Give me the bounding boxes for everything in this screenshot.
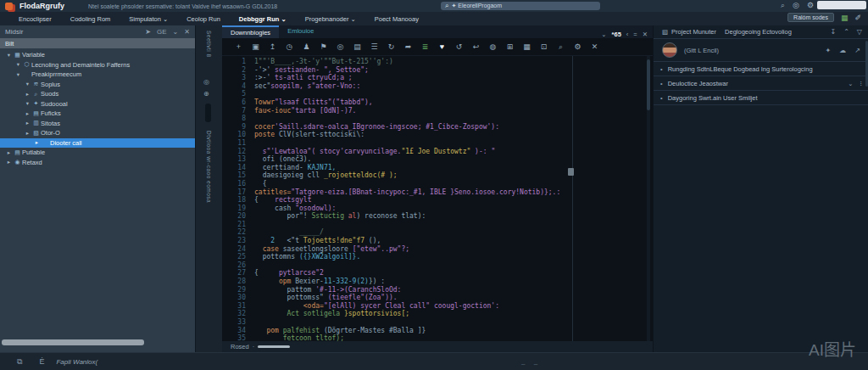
menu-item[interactable]: Encoclipser <box>19 15 52 23</box>
close-icon[interactable]: ✕ <box>184 28 190 36</box>
tree-item[interactable]: ▸◉Retaxd <box>0 158 195 168</box>
save-icon[interactable]: ▣ <box>251 42 260 51</box>
code-token: fau<-iouc <box>254 107 291 115</box>
watch-icon[interactable]: ◎ <box>336 42 345 51</box>
share-icon[interactable]: ↗ <box>854 47 860 54</box>
editor-tab[interactable]: Emlouioe <box>279 25 322 38</box>
frame-icon[interactable]: ⊡ <box>539 42 548 51</box>
tool-tab-top[interactable]: Seetlvti 8 <box>206 31 212 58</box>
tree-expand-arrow[interactable]: ▸ <box>24 91 31 98</box>
tree-item[interactable]: ▸▤Fuficks <box>0 109 195 119</box>
tree-item[interactable]: ▸⌕Suods <box>0 89 195 99</box>
random-modes-button[interactable]: Ralóm sodes <box>787 13 834 22</box>
grid-icon[interactable]: ⊞ <box>505 42 515 51</box>
nav-caret-icon[interactable]: ⌄ <box>601 31 606 38</box>
code-token: 11-332-9(2) <box>324 278 369 285</box>
list-icon[interactable]: ≣ <box>420 42 430 51</box>
editor-tab[interactable]: Downnbiogies <box>222 25 279 38</box>
menu-item[interactable]: Ceolop Run <box>186 15 220 23</box>
window-icon[interactable]: ⧉ <box>17 357 22 367</box>
tool-tab-bottom[interactable]: Dtvtiooa wr-caoo eomosa <box>206 131 212 203</box>
list-item[interactable]: •Daygoring Swrt.ain User Smiljet <box>654 91 868 105</box>
help-icon[interactable]: ◎ <box>203 78 209 86</box>
pen-icon[interactable]: ✐ <box>854 14 861 22</box>
tree-expand-arrow[interactable]: ▾ <box>14 71 22 78</box>
sidebar-filter-bar[interactable]: Bilt <box>0 38 195 48</box>
editor-scrollbar[interactable] <box>647 56 650 342</box>
collapse-icon[interactable]: ⌄ <box>173 28 179 36</box>
list-item[interactable]: •Rungding SdtnLBeque Dogbead Ing Surtero… <box>654 62 868 76</box>
resize-handle[interactable]: – – <box>521 360 541 367</box>
tree-item[interactable]: ▾≋Soplus <box>0 80 195 90</box>
tree-expand-arrow[interactable]: ▸ <box>5 159 13 165</box>
image-icon[interactable]: ▦ <box>522 42 531 51</box>
menu-item[interactable]: Progebnanoder ⌄ <box>305 15 356 23</box>
menu-item[interactable]: Poect Manooay <box>375 15 419 23</box>
board-icon[interactable]: ▦ <box>841 14 849 22</box>
close-tab-icon[interactable]: ✕ <box>643 31 648 38</box>
cloud-icon[interactable]: ☁ <box>839 47 846 54</box>
tree-item[interactable]: ▸▥Sitotas <box>0 119 195 129</box>
forward-icon[interactable]: ➦ <box>403 42 413 51</box>
tree-item[interactable]: ▾▦Variable <box>0 50 195 60</box>
right-panel-tab[interactable]: Deglogeoing Ectovoliog <box>725 28 792 36</box>
more-icon[interactable]: ⁝ <box>860 80 862 87</box>
tree-expand-arrow[interactable]: ▸ <box>5 149 13 156</box>
code-area[interactable]: 1234567891011121314151617181920212223242… <box>222 56 653 342</box>
search-icon[interactable]: ⌕ <box>781 1 785 10</box>
record-icon[interactable]: ◎ <box>793 1 799 10</box>
flag-icon[interactable]: ⚑ <box>319 42 328 51</box>
menu-item[interactable]: Debbggr Run ⌄ <box>239 15 287 23</box>
tree-item[interactable]: ▾✦Sudoooal <box>0 99 195 109</box>
user-row[interactable]: (Gitt L Encil) ✦☁↗ <box>654 39 868 62</box>
split-icon[interactable]: = <box>633 31 637 38</box>
tree-expand-arrow[interactable]: ▸ <box>24 110 31 117</box>
menu-item[interactable]: Codoling Rom <box>70 15 111 23</box>
tree-item[interactable]: ▸▤Putlable <box>0 148 195 158</box>
menu-icon[interactable]: ☰ <box>370 42 379 51</box>
download-icon[interactable]: ↧ <box>830 28 836 36</box>
filter-icon[interactable]: ▽ <box>857 28 862 36</box>
tree-item[interactable]: ▸Diooter call <box>0 138 195 149</box>
history-icon[interactable]: ◷ <box>285 42 294 51</box>
tree-item[interactable]: ▾⬡Lecnoling and Demaintelo Fafferns <box>0 60 195 70</box>
panel-badge[interactable]: GE <box>157 28 167 36</box>
chevron-down-icon[interactable]: ⌄ <box>848 80 853 87</box>
close-icon[interactable]: ✕ <box>590 42 599 51</box>
collapse-all-icon[interactable]: ⌃ <box>843 28 849 36</box>
tree-item[interactable]: ▾Preakiprrmeecum <box>0 70 195 80</box>
energy-icon[interactable]: Ė <box>39 357 44 367</box>
undo-icon[interactable]: ↩ <box>471 42 481 51</box>
tree-expand-arrow[interactable]: ▾ <box>5 52 13 59</box>
sync-icon[interactable]: ↻ <box>387 42 396 51</box>
tree-expand-arrow[interactable]: ▾ <box>14 61 22 68</box>
right-panel-tab[interactable]: ▧Project Munuter <box>662 28 716 36</box>
menu-item[interactable]: Simpulaton ⌄ <box>129 15 168 23</box>
tree-expand-arrow[interactable]: ▸ <box>24 130 31 137</box>
settings-gear-icon[interactable]: ⚙ <box>807 1 814 10</box>
doc-icon[interactable]: ▤ <box>353 42 362 51</box>
settings-icon[interactable]: ⚙ <box>573 42 582 51</box>
run-config-icon[interactable]: ♟ <box>302 42 311 51</box>
tree-expand-arrow[interactable]: ▾ <box>24 100 31 107</box>
tree-item[interactable]: ▸▧Otor-O <box>0 128 195 138</box>
strip-slider[interactable] <box>205 104 211 122</box>
list-item[interactable]: •Deuloctice Jeaostwar⌄⁝ <box>654 76 868 91</box>
star-icon[interactable]: ✦ <box>826 47 832 54</box>
tree-expand-arrow[interactable]: ▸ <box>33 139 41 146</box>
globe-icon[interactable]: ◍ <box>488 42 498 51</box>
pin-icon[interactable]: ➤ <box>145 28 151 36</box>
tree-expand-arrow[interactable]: ▸ <box>24 120 31 126</box>
search-code-icon[interactable]: ⌕ <box>556 42 565 52</box>
plus-icon[interactable]: + <box>234 42 243 51</box>
tree-item-icon: ▥ <box>31 120 41 126</box>
refresh-icon[interactable]: ↺ <box>454 42 464 51</box>
back-icon[interactable]: ‹ <box>626 31 629 38</box>
tree-expand-arrow[interactable]: ▾ <box>24 81 31 87</box>
sidebar-hscrollbar[interactable] <box>2 339 144 345</box>
upload-icon[interactable]: ↥ <box>268 42 277 51</box>
notification-chip[interactable] <box>817 1 866 9</box>
global-search-input[interactable]: ⌕ ✦ EleorellProgaom <box>441 2 600 10</box>
favorite-icon[interactable]: ♥ <box>437 42 447 51</box>
target-icon[interactable]: ⊕ <box>203 90 209 98</box>
